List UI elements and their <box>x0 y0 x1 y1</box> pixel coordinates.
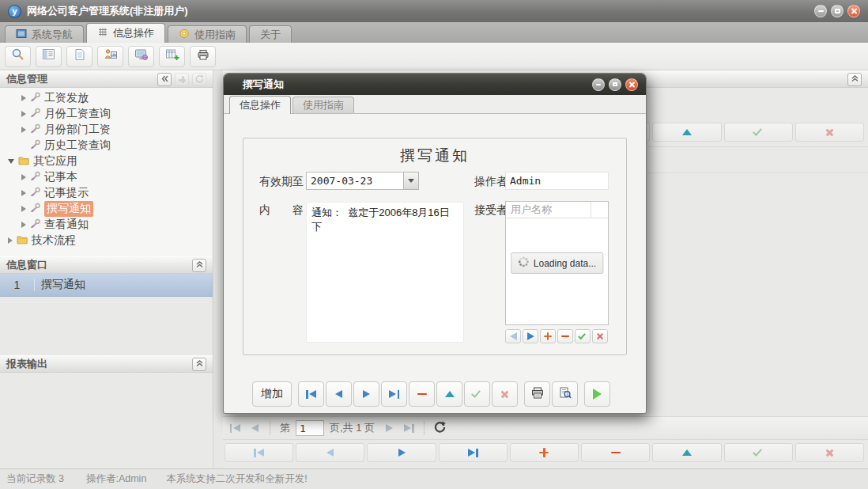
collapse-panel-button[interactable] <box>192 259 206 272</box>
refresh-button[interactable] <box>431 419 448 437</box>
next-page-button[interactable] <box>380 419 398 437</box>
first-record-button[interactable] <box>225 443 293 462</box>
tool-icon <box>30 218 40 231</box>
cancel-button[interactable] <box>795 443 864 462</box>
add-button[interactable]: 增加 <box>252 381 292 407</box>
refresh-panel-button[interactable] <box>192 73 206 86</box>
chevron-double-up-icon <box>195 260 204 271</box>
prev-record-button[interactable] <box>326 381 352 407</box>
tree-item-label: 历史工资查询 <box>44 138 111 153</box>
tab-system-nav[interactable]: 系统导航 <box>5 25 84 43</box>
print-button[interactable] <box>190 46 216 67</box>
edit-record-button[interactable] <box>652 443 721 462</box>
tree-item[interactable]: 月份工资查询 <box>0 106 213 122</box>
combo-dropdown-button[interactable] <box>403 172 419 190</box>
confirm-button[interactable] <box>724 123 793 142</box>
tool-icon <box>30 171 40 184</box>
user-report-button[interactable] <box>97 46 123 67</box>
last-record-button[interactable] <box>439 443 508 462</box>
remote-view-button[interactable] <box>128 46 154 67</box>
tree-item[interactable]: 查看通知 <box>0 217 213 233</box>
tree-item[interactable]: 技术流程 <box>0 233 213 248</box>
cancel-item-button[interactable] <box>592 329 608 343</box>
first-record-button[interactable] <box>298 381 324 407</box>
expand-arrow-icon[interactable] <box>21 111 26 117</box>
add-item-button[interactable] <box>540 329 556 343</box>
user-name-column-header[interactable]: 用户名称 <box>506 203 591 217</box>
add-record-button[interactable] <box>510 443 579 462</box>
collapse-panel-button[interactable] <box>847 73 862 86</box>
print-button[interactable] <box>524 381 550 407</box>
content-textarea[interactable]: 通知： 兹定于2006年8月16日下 <box>306 202 464 343</box>
form-view-button[interactable] <box>36 46 62 67</box>
confirm-button[interactable] <box>724 443 793 462</box>
last-record-button[interactable] <box>381 381 407 407</box>
delete-record-button[interactable] <box>409 381 435 407</box>
collapse-panel-button[interactable] <box>192 358 206 371</box>
collapse-left-button[interactable] <box>157 73 172 86</box>
expand-arrow-icon[interactable] <box>21 127 26 133</box>
dialog-maximize-button[interactable] <box>609 78 621 91</box>
print-preview-button[interactable] <box>552 381 578 407</box>
maximize-button[interactable] <box>831 5 843 17</box>
first-page-button[interactable] <box>226 419 243 437</box>
info-window-row[interactable]: 1 撰写通知 <box>0 274 213 297</box>
confirm-button[interactable] <box>464 381 490 407</box>
valid-until-value[interactable]: 2007-03-23 <box>306 172 403 190</box>
tree-item[interactable]: 其它应用 <box>0 154 213 169</box>
tree-item[interactable]: 记事提示 <box>0 185 213 201</box>
tab-user-guide[interactable]: 使用指南 <box>168 25 247 43</box>
last-page-button[interactable] <box>400 419 417 437</box>
close-icon <box>851 8 858 15</box>
accept-item-button[interactable] <box>575 329 591 343</box>
add-panel-button[interactable] <box>175 73 189 86</box>
close-button[interactable] <box>847 5 860 17</box>
tab-info-operation[interactable]: 信息操作 <box>86 23 165 43</box>
tree-item-selected[interactable]: 撰写通知 <box>0 201 213 217</box>
tree-item-label: 月份部门工资 <box>44 123 111 137</box>
next-record-button[interactable] <box>367 443 436 462</box>
dialog-tab-info-operation[interactable]: 信息操作 <box>229 96 291 114</box>
window-title: 网络公司客户管理系统(非注册用户) <box>27 4 188 18</box>
minimize-button[interactable] <box>814 5 827 17</box>
expand-arrow-icon[interactable] <box>8 237 13 244</box>
remove-item-button[interactable] <box>557 329 573 343</box>
cancel-button[interactable] <box>492 381 518 407</box>
next-record-button[interactable] <box>353 381 379 407</box>
table-add-button[interactable] <box>159 46 185 67</box>
tab-label: 系统导航 <box>32 28 73 42</box>
window-frame-icon <box>16 28 27 41</box>
edit-record-button[interactable] <box>652 123 721 142</box>
tool-icon <box>30 139 40 152</box>
prev-item-button[interactable] <box>505 329 521 343</box>
delete-record-button[interactable] <box>581 443 650 462</box>
tree-item[interactable]: 工资发放 <box>0 90 213 106</box>
dialog-close-button[interactable] <box>625 78 638 91</box>
prev-record-button[interactable] <box>296 443 364 462</box>
next-item-button[interactable] <box>523 329 538 343</box>
tab-about[interactable]: 关于 <box>249 25 292 43</box>
expand-arrow-icon[interactable] <box>21 206 26 212</box>
operator-field[interactable] <box>505 172 609 190</box>
receiver-list-header[interactable]: 用户名称 <box>506 202 608 218</box>
prev-page-button[interactable] <box>246 419 263 437</box>
edit-record-button[interactable] <box>436 381 462 407</box>
tree-item[interactable]: 月份部门工资 <box>0 122 213 138</box>
dialog-tab-user-guide[interactable]: 使用指南 <box>292 97 354 113</box>
expand-arrow-icon[interactable] <box>21 190 26 196</box>
cancel-button[interactable] <box>795 123 864 142</box>
document-button[interactable] <box>66 46 92 67</box>
page-number-input[interactable] <box>296 420 324 436</box>
search-button[interactable] <box>5 46 31 67</box>
plus-icon <box>544 332 552 340</box>
valid-until-combobox[interactable]: 2007-03-23 <box>306 172 419 190</box>
expand-arrow-icon[interactable] <box>21 222 26 228</box>
execute-button[interactable] <box>584 381 610 407</box>
expand-arrow-icon[interactable] <box>21 95 26 101</box>
tree-item[interactable]: 历史工资查询 <box>0 138 213 154</box>
dialog-minimize-button[interactable] <box>592 78 605 91</box>
receiver-list[interactable]: 用户名称 Loading data... <box>505 201 609 325</box>
expand-arrow-icon[interactable] <box>21 174 26 180</box>
tree-item[interactable]: 记事本 <box>0 169 213 185</box>
collapse-arrow-icon[interactable] <box>8 159 14 164</box>
